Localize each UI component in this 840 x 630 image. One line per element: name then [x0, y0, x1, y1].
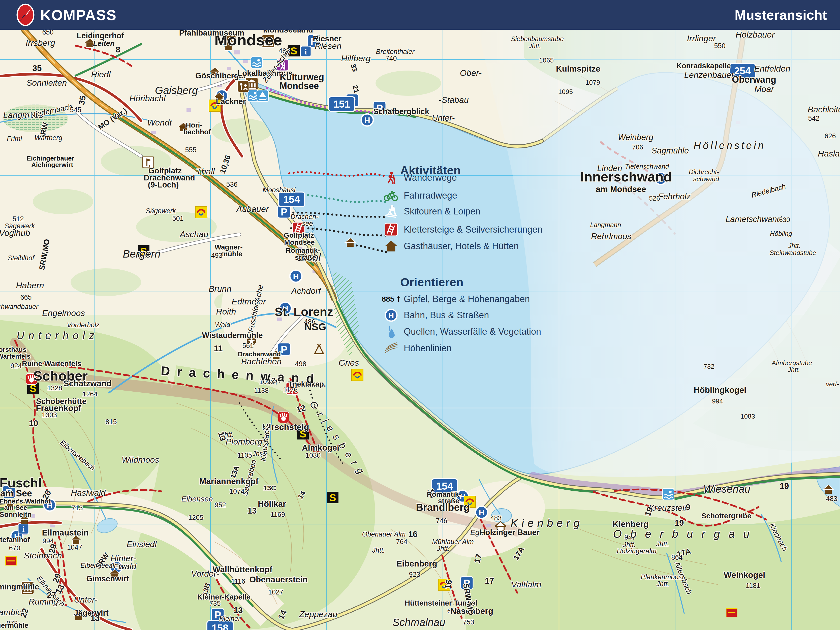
map-label: Steiblhof: [8, 254, 35, 262]
map-label: Ober-: [460, 68, 482, 77]
map-label: Jhtt.: [787, 366, 800, 373]
map-label: Aichingerwirt: [31, 161, 73, 169]
map-label: 16: [408, 529, 418, 539]
map-label: Aschau: [179, 229, 208, 239]
map-label: Jägermühle: [0, 621, 28, 629]
kompass-logo: KOMPASS: [16, 3, 117, 27]
legend-item-label: Wanderwege: [404, 172, 457, 183]
map-label: 1205: [188, 514, 204, 521]
map-label: Plankenmoos: [641, 573, 682, 581]
map-label: am See: [4, 504, 27, 511]
map-label: 713: [71, 504, 83, 512]
map-label: Kleiner-Kapelle: [197, 593, 250, 601]
map-label: Ellmaustein: [42, 528, 88, 537]
legend-item-label: Höhenlinien: [404, 343, 452, 354]
map-label: Mariannenkopf: [199, 477, 259, 486]
map-label: 630: [779, 216, 790, 224]
halt-icon: [475, 506, 488, 518]
map-label: 706: [632, 144, 643, 151]
legend-item-hoehenlinien: Höhenlinien: [383, 341, 452, 355]
map-label: Haslau: [818, 149, 840, 158]
map-label: Leidingerhof: [77, 31, 124, 40]
map-label: Konradskapelle: [676, 62, 731, 70]
map-label: bachhof: [183, 128, 211, 136]
map-label: 8: [116, 45, 120, 54]
map-label: 732: [703, 363, 714, 370]
park-icon: [278, 205, 291, 218]
map-label: 27: [47, 591, 56, 600]
map-label: 501: [172, 215, 183, 222]
map-label: Holzinger Bauer: [480, 528, 540, 537]
map-label: Obenauer Alm: [362, 531, 406, 538]
map-label: Weinberg: [618, 133, 654, 142]
map-label: 483: [826, 495, 837, 502]
playgrnd-icon: [237, 81, 249, 92]
map-label: Kienberg: [613, 519, 649, 529]
map-label: 526: [649, 194, 660, 202]
map-label: 17: [485, 576, 494, 586]
legend-item-gipfel: 885 † Gipfel, Berge & Höhenangaben: [383, 292, 530, 306]
map-label: 952: [215, 501, 226, 509]
halt-icon: [290, 270, 302, 282]
map-label: 1116: [231, 578, 245, 585]
header-bar: KOMPASS Musteransicht: [0, 0, 840, 30]
map-label: 13: [248, 506, 257, 515]
map-label: Bergern: [123, 248, 160, 260]
map-label: Voglhub: [0, 228, 30, 238]
map-label: 1176: [283, 386, 298, 394]
legend-item-label: Gasthäuser, Hotels & Hütten: [404, 241, 519, 251]
legend-item-quellen: Quellen, Wasserfälle & Vegetation: [383, 324, 541, 339]
map-label: NSG: [305, 321, 326, 332]
info-icon: [300, 46, 311, 57]
hand-icon: [278, 412, 289, 423]
map-label: Pfahlbaumuseum: [179, 28, 244, 37]
map-label: Wendt: [147, 118, 172, 127]
map-label: Jhtt.: [436, 545, 450, 553]
map-label: am See: [0, 488, 32, 499]
map-label: Gaisberg: [155, 84, 198, 96]
map-label: verf-: [826, 380, 839, 388]
map-label: Schottergrube: [701, 512, 751, 520]
map-label: Sägewerk: [146, 207, 177, 215]
map-label: Jhtt.: [656, 580, 669, 588]
map-label: 1095: [558, 88, 573, 96]
map-label: Thall: [196, 167, 215, 176]
map-label: Almbergstube: [771, 359, 812, 367]
map-label: Gries: [338, 358, 359, 368]
map-label: Hilfberg: [341, 54, 371, 63]
map-label: Oberwang: [732, 74, 776, 85]
map-label: 16: [443, 579, 454, 590]
map-label: straße: [295, 254, 316, 261]
halt-icon: [361, 114, 373, 126]
svg-text:154: 154: [283, 194, 300, 205]
map-label: Steinwandstube: [769, 249, 816, 257]
map-label: Sonnleitn: [0, 510, 32, 518]
map-label: 746: [436, 517, 447, 525]
map-label: Haslwald: [71, 488, 106, 497]
map-label: 542: [808, 115, 819, 122]
bus-icon: [352, 369, 363, 381]
map-label: Moar: [754, 84, 774, 94]
map-label: Bachlehen: [241, 357, 282, 366]
map-label: Lametschwand: [726, 215, 782, 224]
map-label: -Stabau: [439, 95, 469, 104]
map-label: Eibenberg: [396, 559, 437, 568]
bus-icon: [195, 206, 207, 218]
map-label: 9: [686, 502, 690, 512]
map-label: 19: [675, 518, 684, 527]
map-label: Steinbach: [24, 551, 62, 560]
map-label: Irrlinger: [687, 33, 716, 43]
map-label: 923: [409, 571, 420, 578]
map-label: Romantik-: [286, 246, 321, 254]
legend-item-wanderwege: Wanderwege: [383, 171, 457, 185]
bicycle-icon: [383, 188, 399, 203]
map-label: Brandlberg: [416, 502, 469, 513]
map-label: 1169: [270, 511, 285, 518]
map-label: Zeppezau: [299, 609, 337, 619]
map-label: 1074: [229, 488, 245, 495]
page-title: Musteransicht: [735, 7, 827, 23]
map-label: 1079: [586, 79, 600, 86]
info-icon: [18, 523, 29, 534]
map-label: 536: [226, 181, 237, 188]
map-label: Schatzwand: [63, 379, 112, 388]
